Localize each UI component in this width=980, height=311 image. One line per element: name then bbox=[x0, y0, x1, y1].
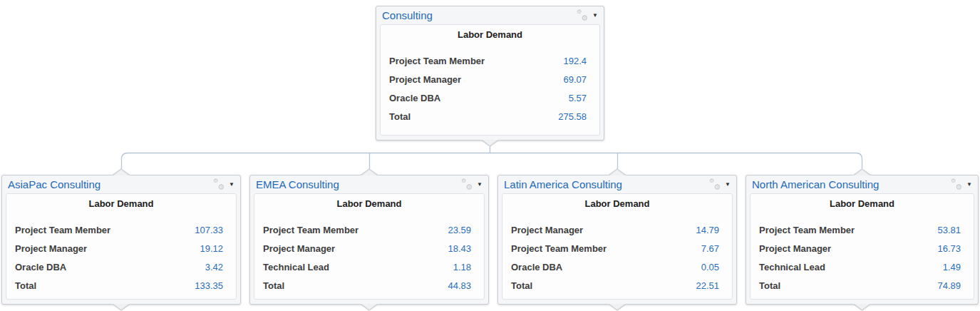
metric-row: Technical Lead 1.49 bbox=[751, 258, 974, 277]
actions-gear-icon[interactable]: ⚙⚙ bbox=[709, 179, 721, 190]
node-card-north-american-consulting[interactable]: North American Consulting ⚙⚙ ▼ Labor Dem… bbox=[746, 175, 979, 305]
metric-value: 23.59 bbox=[448, 221, 471, 240]
metric-label: Technical Lead bbox=[759, 258, 825, 277]
panel-title: Labor Demand bbox=[254, 198, 484, 210]
metric-value: 22.51 bbox=[696, 277, 719, 295]
metric-value: 18.43 bbox=[448, 240, 471, 258]
metric-row: Project Team Member 192.4 bbox=[381, 52, 599, 71]
node-title: Latin America Consulting bbox=[504, 178, 622, 190]
metric-value: 74.89 bbox=[937, 277, 961, 295]
node-title: AsiaPac Consulting bbox=[8, 178, 100, 190]
metric-row: Total 133.35 bbox=[6, 277, 236, 295]
metric-value: 44.83 bbox=[448, 277, 471, 295]
metric-label: Project Team Member bbox=[389, 52, 485, 71]
node-header[interactable]: AsiaPac Consulting ⚙⚙ ▼ bbox=[2, 175, 240, 193]
header-icons: ⚙⚙ ▼ bbox=[213, 179, 234, 190]
metric-label: Project Manager bbox=[511, 221, 583, 240]
labor-demand-panel: Labor Demand Project Team Member 107.33 … bbox=[6, 193, 237, 300]
metric-row: Total 22.51 bbox=[502, 277, 732, 295]
metric-value: 192.4 bbox=[563, 52, 587, 71]
metric-label: Project Team Member bbox=[15, 221, 110, 240]
node-title: EMEA Consulting bbox=[256, 178, 339, 190]
metric-row: Total 275.58 bbox=[381, 108, 599, 126]
metric-row: Total 74.89 bbox=[751, 277, 974, 295]
metric-label: Total bbox=[759, 277, 780, 295]
metric-value: 53.81 bbox=[937, 221, 961, 240]
metric-value: 5.57 bbox=[569, 89, 587, 108]
header-icons: ⚙⚙ ▼ bbox=[577, 10, 598, 21]
node-card-asiapac-consulting[interactable]: AsiaPac Consulting ⚙⚙ ▼ Labor Demand Pro… bbox=[1, 175, 241, 305]
metric-row: Project Manager 14.79 bbox=[502, 221, 732, 240]
labor-demand-panel: Labor Demand Project Team Member 23.59 P… bbox=[254, 193, 485, 300]
metric-row: Project Team Member 53.81 bbox=[751, 221, 974, 240]
metric-value: 69.07 bbox=[563, 71, 587, 89]
panel-title: Labor Demand bbox=[751, 198, 974, 210]
dropdown-arrow-icon[interactable]: ▼ bbox=[592, 12, 598, 19]
labor-demand-panel: Labor Demand Project Team Member 53.81 P… bbox=[750, 193, 974, 300]
metric-label: Total bbox=[511, 277, 532, 295]
metric-row: Total 44.83 bbox=[254, 277, 484, 295]
metric-label: Project Manager bbox=[759, 240, 831, 258]
metric-value: 133.35 bbox=[195, 277, 223, 295]
metric-label: Oracle DBA bbox=[511, 258, 562, 277]
metric-label: Project Team Member bbox=[511, 240, 607, 258]
labor-demand-panel: Labor Demand Project Team Member 192.4 P… bbox=[380, 24, 600, 136]
metric-label: Oracle DBA bbox=[15, 258, 66, 277]
node-header[interactable]: Latin America Consulting ⚙⚙ ▼ bbox=[498, 175, 736, 193]
metric-row: Project Manager 69.07 bbox=[381, 71, 599, 89]
connector-main-rail bbox=[122, 153, 862, 170]
node-card-consulting[interactable]: Consulting ⚙⚙ ▼ Labor Demand Project Tea… bbox=[376, 6, 604, 141]
panel-title: Labor Demand bbox=[6, 198, 236, 210]
metric-row: Project Manager 18.43 bbox=[254, 240, 484, 258]
metric-label: Total bbox=[389, 108, 411, 126]
header-icons: ⚙⚙ ▼ bbox=[461, 179, 483, 190]
metric-label: Oracle DBA bbox=[389, 89, 440, 108]
metric-label: Project Manager bbox=[263, 240, 335, 258]
metric-value: 1.18 bbox=[453, 258, 471, 277]
node-card-latin-america-consulting[interactable]: Latin America Consulting ⚙⚙ ▼ Labor Dema… bbox=[497, 175, 737, 305]
metric-row: Oracle DBA 5.57 bbox=[381, 89, 599, 108]
node-header[interactable]: North American Consulting ⚙⚙ ▼ bbox=[746, 175, 978, 193]
metric-value: 7.67 bbox=[701, 240, 719, 258]
header-icons: ⚙⚙ ▼ bbox=[951, 179, 972, 190]
labor-demand-panel: Labor Demand Project Manager 14.79 Proje… bbox=[502, 193, 733, 300]
dropdown-arrow-icon[interactable]: ▼ bbox=[229, 181, 234, 188]
metric-row: Project Team Member 107.33 bbox=[6, 221, 236, 240]
header-icons: ⚙⚙ ▼ bbox=[709, 179, 731, 190]
metric-label: Project Team Member bbox=[263, 221, 359, 240]
metric-label: Project Manager bbox=[15, 240, 87, 258]
actions-gear-icon[interactable]: ⚙⚙ bbox=[577, 10, 589, 21]
panel-title: Labor Demand bbox=[381, 29, 599, 41]
metric-row: Project Manager 19.12 bbox=[6, 240, 236, 258]
panel-title: Labor Demand bbox=[502, 198, 732, 210]
node-card-emea-consulting[interactable]: EMEA Consulting ⚙⚙ ▼ Labor Demand Projec… bbox=[249, 175, 489, 305]
hierarchy-viewer: Consulting ⚙⚙ ▼ Labor Demand Project Tea… bbox=[0, 0, 980, 311]
metric-value: 19.12 bbox=[200, 240, 223, 258]
metric-label: Total bbox=[263, 277, 284, 295]
metric-row: Oracle DBA 3.42 bbox=[6, 258, 236, 277]
metric-value: 0.05 bbox=[701, 258, 719, 277]
actions-gear-icon[interactable]: ⚙⚙ bbox=[951, 179, 963, 190]
dropdown-arrow-icon[interactable]: ▼ bbox=[725, 181, 731, 188]
metric-label: Technical Lead bbox=[263, 258, 329, 277]
metric-row: Project Team Member 7.67 bbox=[502, 240, 732, 258]
node-header[interactable]: Consulting ⚙⚙ ▼ bbox=[376, 6, 604, 24]
node-title: North American Consulting bbox=[752, 178, 879, 190]
metric-value: 16.73 bbox=[937, 240, 961, 258]
actions-gear-icon[interactable]: ⚙⚙ bbox=[213, 179, 225, 190]
metric-label: Project Manager bbox=[389, 71, 461, 89]
metric-value: 1.49 bbox=[943, 258, 961, 277]
metric-row: Technical Lead 1.18 bbox=[254, 258, 484, 277]
metric-row: Oracle DBA 0.05 bbox=[502, 258, 732, 277]
node-header[interactable]: EMEA Consulting ⚙⚙ ▼ bbox=[250, 175, 488, 193]
metric-label: Total bbox=[15, 277, 36, 295]
actions-gear-icon[interactable]: ⚙⚙ bbox=[461, 179, 473, 190]
metric-row: Project Manager 16.73 bbox=[751, 240, 974, 258]
metric-label: Project Team Member bbox=[759, 221, 855, 240]
metric-value: 3.42 bbox=[205, 258, 223, 277]
node-title: Consulting bbox=[382, 9, 433, 21]
metric-value: 275.58 bbox=[558, 108, 587, 126]
metric-value: 14.79 bbox=[696, 221, 719, 240]
dropdown-arrow-icon[interactable]: ▼ bbox=[966, 181, 972, 188]
dropdown-arrow-icon[interactable]: ▼ bbox=[477, 181, 483, 188]
